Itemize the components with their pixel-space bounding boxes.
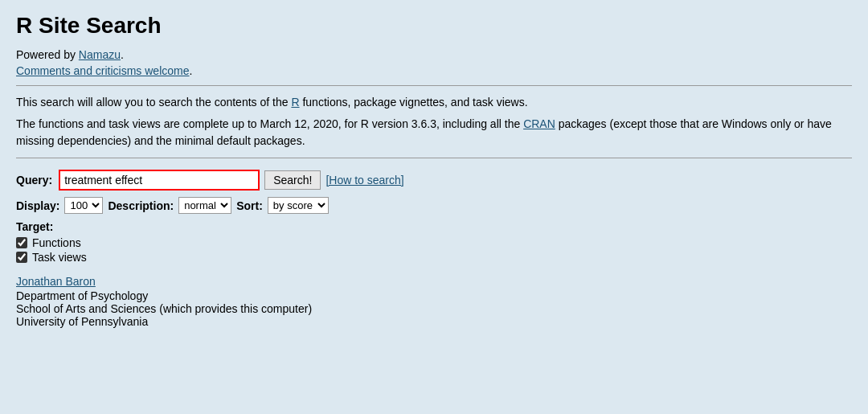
query-row: Query: Search! [How to search] [16,170,852,191]
namazu-link[interactable]: Namazu [79,48,121,61]
author-link[interactable]: Jonathan Baron [16,275,96,288]
divider-bottom [16,158,852,158]
sort-label: Sort: [236,199,263,212]
author-dept: Department of Psychology [16,289,852,302]
author-section: Jonathan Baron Department of Psychology … [16,275,852,328]
target-label: Target: [16,220,852,233]
target-section: Target: Functions Task views [16,220,852,264]
taskviews-checkbox[interactable] [16,252,27,263]
description-text-2: The functions and task views are complet… [16,116,852,150]
query-input[interactable] [59,170,260,191]
display-row: Display: 100 20 50 200 Description: norm… [16,197,852,214]
comments-link[interactable]: Comments and criticisms welcome [16,64,190,77]
r-link[interactable]: R [291,96,299,109]
author-uni: University of Pennsylvania [16,315,852,328]
powered-by-text: Powered by Namazu. [16,48,852,61]
display-select[interactable]: 100 20 50 200 [64,197,103,214]
display-label: Display: [16,199,59,212]
functions-label: Functions [32,236,81,249]
author-school: School of Arts and Sciences (which provi… [16,302,852,315]
functions-checkbox[interactable] [16,237,27,248]
query-label: Query: [16,174,52,187]
author-name: Jonathan Baron [16,275,852,288]
comments-suffix: . [190,64,193,77]
cran-link[interactable]: CRAN [523,117,555,130]
page-title: R Site Search [16,13,852,39]
taskviews-label: Task views [32,251,87,264]
how-to-search-link[interactable]: [How to search] [326,174,403,187]
description-text-1: This search will allow you to search the… [16,94,852,111]
divider-top [16,85,852,86]
sort-select[interactable]: by score by date by size by field [268,197,329,214]
powered-by-prefix: Powered by [16,48,79,61]
comments-line: Comments and criticisms welcome. [16,64,852,77]
search-button[interactable]: Search! [264,170,321,190]
powered-by-suffix: . [121,48,124,61]
description-label: Description: [108,199,174,212]
description-select[interactable]: normal short long [178,197,231,214]
functions-checkbox-row: Functions [16,236,852,249]
taskviews-checkbox-row: Task views [16,251,852,264]
